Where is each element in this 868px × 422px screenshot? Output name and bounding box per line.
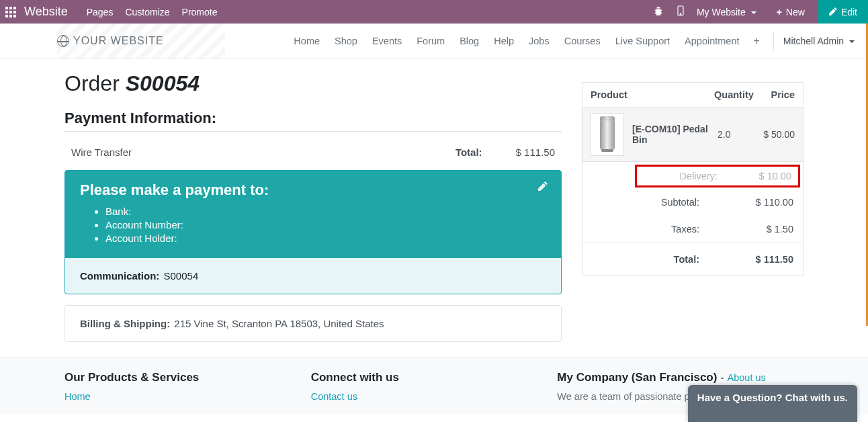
footer-col-products: Our Products & Services Home xyxy=(64,371,311,402)
nav-events[interactable]: Events xyxy=(372,36,402,46)
total-value: $ 111.50 xyxy=(740,254,793,265)
footer-connect-title: Connect with us xyxy=(311,371,558,384)
total-row: Total: $ 111.50 xyxy=(582,243,803,276)
new-label: New xyxy=(786,7,805,17)
subtotal-label: Subtotal: xyxy=(592,197,740,208)
menu-pages[interactable]: Pages xyxy=(87,7,114,17)
main-container: Order S00054 Payment Information: Wire T… xyxy=(51,59,817,342)
taxes-row: Taxes: $ 1.50 xyxy=(582,216,803,243)
billing-shipping-card: Billing & Shipping: 215 Vine St, Scranto… xyxy=(64,305,562,342)
user-name: Mitchell Admin xyxy=(783,36,844,46)
product-image xyxy=(591,113,624,156)
app-brand[interactable]: Website xyxy=(24,5,68,19)
footer-link-home[interactable]: Home xyxy=(64,391,91,402)
summary-header: Product Quantity Price xyxy=(582,83,803,108)
nav-add-icon[interactable]: + xyxy=(754,35,760,47)
payment-method: Wire Transfer xyxy=(71,146,455,158)
communication-value: S00054 xyxy=(164,270,199,282)
mobile-icon[interactable] xyxy=(677,5,685,18)
nav-courses[interactable]: Courses xyxy=(564,36,601,46)
nav-forum[interactable]: Forum xyxy=(417,36,445,46)
col-product: Product xyxy=(591,89,714,100)
chevron-down-icon xyxy=(751,11,756,14)
pedalbin-icon xyxy=(600,120,615,149)
order-number: S00054 xyxy=(126,71,200,95)
nav-shop[interactable]: Shop xyxy=(335,36,357,46)
communication-row: Communication: S00054 xyxy=(65,258,561,294)
payment-info-heading: Payment Information: xyxy=(64,110,562,127)
footer-products-title: Our Products & Services xyxy=(64,371,311,384)
globe-icon xyxy=(57,35,69,47)
edit-payment-icon[interactable] xyxy=(538,181,548,193)
billing-shipping-value: 215 Vine St, Scranton PA 18503, United S… xyxy=(174,318,384,329)
left-column: Order S00054 Payment Information: Wire T… xyxy=(64,59,582,342)
plus-icon: + xyxy=(777,7,782,17)
subtotal-value: $ 110.00 xyxy=(740,197,793,208)
make-payment-title: Please make a payment to: xyxy=(80,181,546,199)
footer-company-title: My Company (San Francisco) - About us xyxy=(557,371,804,384)
delivery-row: Delivery: $ 10.00 xyxy=(637,167,798,185)
product-price: $ 50.00 xyxy=(754,129,795,140)
navbar: YOUR WEBSITE Home Shop Events Forum Blog… xyxy=(0,24,868,59)
delivery-value: $ 10.00 xyxy=(738,171,791,181)
payment-row: Wire Transfer Total: $ 111.50 xyxy=(64,145,562,170)
account-holder-line: Account Holder: xyxy=(105,233,546,244)
nav-jobs[interactable]: Jobs xyxy=(529,36,550,46)
page-title: Order S00054 xyxy=(64,71,562,96)
top-bar: Website Pages Customize Promote My Websi… xyxy=(0,0,868,24)
my-website-dropdown[interactable]: My Website xyxy=(697,7,756,17)
footer-link-about[interactable]: About us xyxy=(728,372,766,383)
delivery-label: Delivery: xyxy=(644,171,738,181)
product-row: [E-COM10] Pedal Bin 2.0 $ 50.00 xyxy=(582,108,803,162)
edit-label: Edit xyxy=(841,7,857,17)
company-name: My Company (San Francisco) xyxy=(557,371,717,384)
menu-promote[interactable]: Promote xyxy=(182,7,218,17)
bank-line: Bank: xyxy=(105,206,546,217)
account-number-line: Account Number: xyxy=(105,219,546,230)
svg-point-1 xyxy=(680,13,681,15)
pencil-icon xyxy=(829,7,837,17)
nav-blog[interactable]: Blog xyxy=(460,36,479,46)
payment-instructions-top: Please make a payment to: Bank: Account … xyxy=(65,171,561,258)
my-website-label: My Website xyxy=(697,7,746,17)
new-button[interactable]: + New xyxy=(777,7,805,17)
nav-help[interactable]: Help xyxy=(494,36,514,46)
apps-icon[interactable] xyxy=(5,7,16,17)
site-logo-text: YOUR WEBSITE xyxy=(73,35,164,47)
taxes-label: Taxes: xyxy=(592,224,740,235)
bug-icon[interactable] xyxy=(654,6,663,17)
subtotal-row: Subtotal: $ 110.00 xyxy=(582,189,803,216)
right-column: Product Quantity Price [E-COM10] Pedal B… xyxy=(582,59,804,342)
product-qty: 2.0 xyxy=(718,129,754,140)
divider xyxy=(64,131,562,132)
communication-label: Communication: xyxy=(80,270,159,282)
taxes-value: $ 1.50 xyxy=(740,224,793,235)
order-title-prefix: Order xyxy=(64,71,126,95)
menu-customize[interactable]: Customize xyxy=(125,7,169,17)
footer-link-contact[interactable]: Contact us xyxy=(311,391,357,402)
site-logo[interactable]: YOUR WEBSITE xyxy=(57,35,164,47)
delivery-highlight: Delivery: $ 10.00 xyxy=(635,165,800,187)
footer-col-connect: Connect with us Contact us xyxy=(311,371,558,402)
payment-total-label: Total: xyxy=(455,146,482,158)
nav-appointment[interactable]: Appointment xyxy=(685,36,739,46)
col-price: Price xyxy=(761,89,795,100)
dash: - xyxy=(717,371,727,384)
product-name: [E-COM10] Pedal Bin xyxy=(632,124,718,145)
user-menu[interactable]: Mitchell Admin xyxy=(783,36,855,46)
chevron-down-icon xyxy=(849,40,855,43)
nav-live-support[interactable]: Live Support xyxy=(615,36,670,46)
col-qty: Quantity xyxy=(714,89,761,100)
order-summary: Product Quantity Price [E-COM10] Pedal B… xyxy=(582,82,804,276)
nav-home[interactable]: Home xyxy=(294,36,320,46)
edit-button[interactable]: Edit xyxy=(818,0,868,24)
payment-total-value: $ 111.50 xyxy=(516,146,555,158)
nav-divider xyxy=(773,32,774,50)
billing-shipping-label: Billing & Shipping: xyxy=(80,318,170,329)
total-label: Total: xyxy=(592,254,740,265)
payment-instructions-card: Please make a payment to: Bank: Account … xyxy=(64,170,562,294)
chat-widget[interactable]: Have a Question? Chat with us. xyxy=(688,385,857,415)
